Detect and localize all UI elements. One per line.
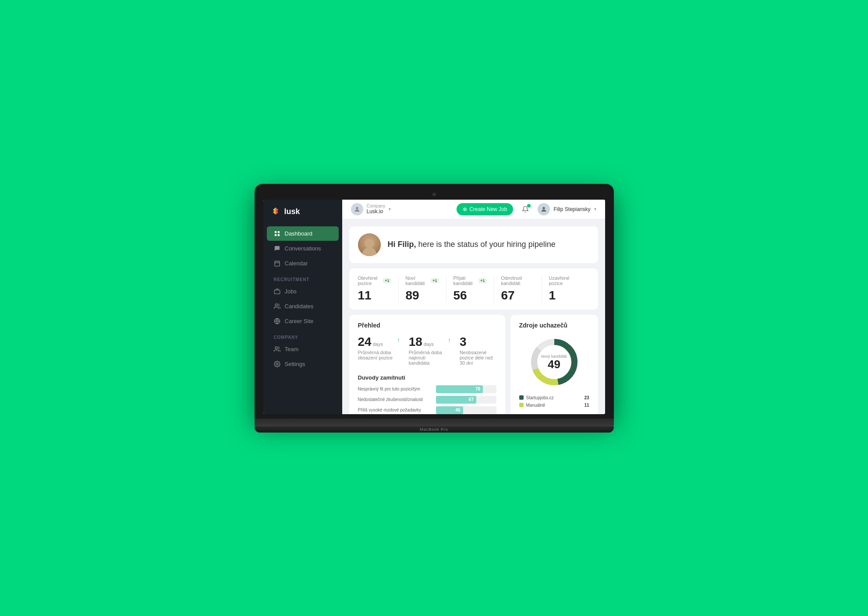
welcome-avatar [358,233,381,256]
sidebar-item-career-site[interactable]: Career Site [267,314,339,328]
stat-value: 1 [549,289,582,303]
trend-up-icon: ↑ [448,337,451,344]
rejection-bar-fill: 45 [436,406,463,414]
user-avatar [538,203,550,215]
rejection-label: Příliš vysoké mzdové požadavky [358,408,432,412]
legend-value-2: 11 [584,403,589,408]
legend-dot-1 [519,395,524,400]
rejection-bar-bg: 45 [436,406,496,414]
metric-fill-time: 24 days Průměrná doba obsazení pozice ↑ [358,336,400,366]
create-job-button[interactable]: ⊕ Create New Job [457,203,513,215]
svg-point-15 [543,207,545,209]
stat-rejected-candidates: Odmítnutí kandidáti 67 [494,275,542,303]
user-name: Filip Stepiansky [553,206,590,212]
donut-title: Zdroje uchazečů [519,322,589,329]
rejection-bar-2: Nedostatečné zkušenosti/znalosti 67 [358,396,496,404]
notifications-button[interactable] [519,203,531,215]
svg-rect-8 [274,290,280,294]
svg-rect-4 [274,261,279,266]
metric-unfilled: 3 Neobsazené pozice déle než 30 dní [460,336,496,366]
conversations-icon [274,245,280,252]
dashboard-body: Hi Filip, here is the status of your hir… [342,219,605,414]
legend-value-1: 23 [584,395,589,400]
laptop-base [255,419,614,426]
svg-point-9 [275,303,277,306]
company-label: Company [367,204,386,208]
company-info: Company Lusk.io [367,204,386,215]
sidebar-item-label: Jobs [285,288,297,295]
sidebar-item-label: Conversations [285,245,321,252]
donut-card: Zdroje uchazečů [510,315,598,414]
stat-accepted-candidates: Přijatí kandidáti +1 56 [446,275,494,303]
sidebar-item-dashboard[interactable]: Dashboard [267,226,339,241]
notification-badge [527,204,531,208]
rejection-bars: Nesprávný fit pro tuto pozici/tým 78 Ned… [358,385,496,414]
laptop-label: MacBook Pro [420,427,448,432]
overview-title: Přehled [358,322,496,329]
metric-unit: days [424,341,434,347]
laptop-bezel: lusk Dashboard [255,184,614,419]
sidebar-item-label: Dashboard [285,230,313,237]
stat-label: Uzavřené pozice [549,275,582,286]
company-avatar [351,203,363,215]
sidebar-item-candidates[interactable]: Candidates [267,299,339,313]
welcome-card: Hi Filip, here is the status of your hir… [349,226,598,263]
donut-chart: Nový kandidáti 49 [528,336,581,388]
svg-rect-2 [274,234,276,236]
donut-center: Nový kandidáti 49 [541,354,567,370]
svg-point-13 [276,363,278,365]
rejection-bar-1: Nesprávný fit pro tuto pozici/tým 78 [358,385,496,393]
metric-number: 24 [358,336,372,348]
metric-hire-time: 18 days Průměrná doba najimutí kandidáta… [409,336,451,366]
sidebar-item-settings[interactable]: Settings [267,357,339,371]
metric-unit: days [373,341,383,347]
metric-number: 18 [409,336,422,348]
chevron-down-icon[interactable]: ▾ [389,207,391,211]
plus-icon: ⊕ [463,206,467,212]
dashboard-icon [274,230,280,237]
team-icon [274,346,280,352]
stat-closed-positions: Uzavřené pozice 1 [542,275,589,303]
welcome-text: Hi Filip, here is the status of your hir… [388,240,556,249]
sidebar-item-jobs[interactable]: Jobs [267,284,339,299]
welcome-greeting: Hi Filip, [388,240,416,249]
svg-rect-3 [277,234,279,236]
rejection-bar-value: 67 [469,397,474,402]
stat-label: Noví kandidáti +1 [406,275,439,286]
stat-label: Odmítnutí kandidáti [501,275,535,286]
logo-text: lusk [284,207,300,216]
legend-item-2: Manuálně 11 [519,403,589,408]
donut-legend: Startupjobs.cz 23 Manuálně 11 [519,395,589,408]
rejection-bar-bg: 78 [436,385,496,393]
rejection-title: Duvody zamítnutí [358,374,496,381]
laptop-wrapper: lusk Dashboard [255,184,614,433]
topbar: Company Lusk.io ▾ ⊕ Create New Job [342,200,605,219]
sidebar-item-team[interactable]: Team [267,342,339,356]
metric-label: Průměrná doba obsazení pozice [358,350,393,360]
legend-item-1: Startupjobs.cz 23 [519,395,589,400]
donut-center-value: 49 [541,359,567,370]
sidebar-item-calendar[interactable]: Calendar [267,256,339,271]
stat-label: Otevřené pozice +1 [358,275,391,286]
legend-label-wrap: Startupjobs.cz [519,395,585,400]
main-content: Company Lusk.io ▾ ⊕ Create New Job [342,200,605,414]
rejection-bar-fill: 78 [436,385,483,393]
user-chevron-icon: ▾ [594,207,596,211]
stat-badge: +1 [383,278,391,283]
legend-label-1: Startupjobs.cz [526,395,554,400]
candidates-icon [274,303,280,310]
laptop-bottom: MacBook Pro [255,426,614,433]
stat-label: Přijatí kandidáti +1 [453,275,487,286]
stat-badge: +1 [431,278,439,283]
welcome-subtitle: here is the status of your hiring pipeli… [416,240,556,249]
sidebar-item-conversations[interactable]: Conversations [267,241,339,256]
rejection-bar-value: 78 [475,387,480,391]
recruitment-section-label: RECRUITMENT [263,271,342,284]
sidebar: lusk Dashboard [263,200,342,414]
metric-label: Průměrná doba najimutí kandidáta [409,350,444,366]
bottom-section: Přehled 24 days Průměrná doba obsazení p… [349,315,598,414]
sidebar-logo: lusk [263,207,342,226]
user-info[interactable]: Filip Stepiansky ▾ [538,203,596,215]
laptop-screen: lusk Dashboard [263,200,605,414]
sidebar-nav: Dashboard Conversations [263,226,342,407]
